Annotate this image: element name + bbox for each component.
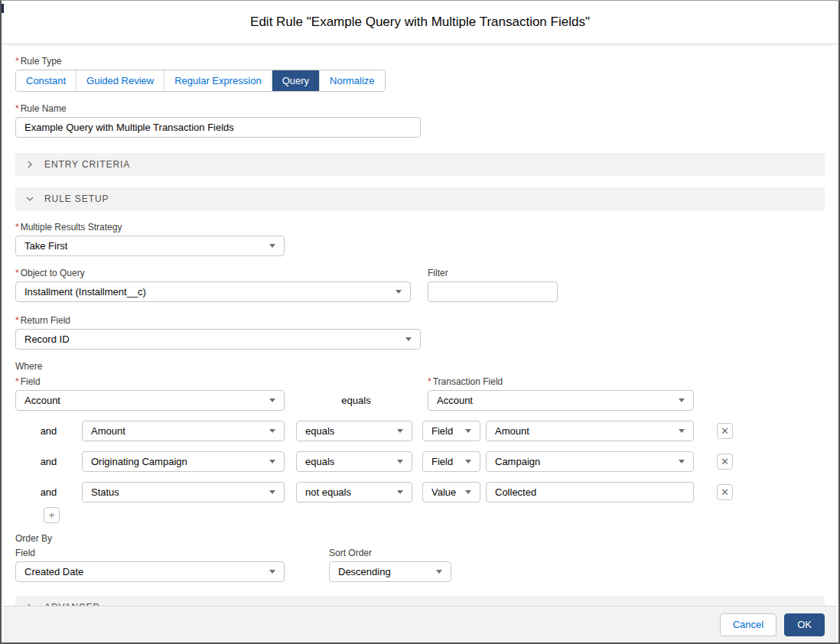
sort-order-label: Sort Order: [329, 547, 451, 558]
chevron-right-icon: [25, 160, 34, 169]
condition-value-select[interactable]: Amount: [486, 421, 694, 441]
condition-operator-select[interactable]: not equals: [296, 482, 412, 503]
dropdown-arrow-icon: [397, 490, 403, 494]
field-label: * Field: [15, 376, 285, 387]
modal-title: Edit Rule "Example Query with Multiple T…: [250, 15, 590, 30]
condition-operator-select[interactable]: equals: [296, 421, 412, 441]
dropdown-arrow-icon: [436, 570, 442, 574]
condition-operator-select[interactable]: equals: [296, 451, 412, 472]
tab-guided-review[interactable]: Guided Review: [76, 70, 164, 91]
and-label: and: [15, 456, 82, 467]
close-icon: ✕: [721, 457, 729, 467]
dropdown-arrow-icon: [269, 429, 275, 433]
transaction-field-label: * Transaction Field: [428, 376, 503, 387]
order-by-field-label: Field: [15, 547, 285, 558]
rule-name-input[interactable]: [15, 117, 421, 138]
equals-text: equals: [285, 395, 428, 406]
object-to-query-select[interactable]: Installment (Installment__c): [15, 281, 411, 302]
chevron-down-icon: [25, 194, 34, 203]
rule-setup-section-header[interactable]: RULE SETUP: [15, 187, 825, 210]
rule-setup-label: RULE SETUP: [44, 194, 109, 204]
filter-label: Filter: [428, 267, 558, 278]
tab-normalize[interactable]: Normalize: [319, 70, 385, 91]
object-filter-row: * Object to Query Installment (Installme…: [15, 267, 825, 302]
return-field-field: * Return Field Record ID: [15, 314, 825, 350]
required-asterisk: *: [15, 268, 19, 278]
plus-icon: +: [49, 510, 55, 520]
and-label: and: [15, 425, 82, 437]
rule-type-tabs: Constant Guided Review Regular Expressio…: [15, 70, 386, 92]
modal-footer: Cancel OK: [3, 606, 837, 642]
remove-condition-button[interactable]: ✕: [717, 423, 733, 439]
entry-criteria-section-header[interactable]: ENTRY CRITERIA: [15, 153, 825, 176]
rule-type-field: * Rule Type Constant Guided Review Regul…: [15, 55, 825, 92]
object-to-query-field: * Object to Query Installment (Installme…: [15, 267, 411, 302]
required-asterisk: *: [15, 56, 19, 67]
and-label: and: [15, 486, 82, 498]
dropdown-arrow-icon: [396, 290, 402, 294]
sort-order-select[interactable]: Descending: [329, 561, 451, 582]
entry-criteria-label: ENTRY CRITERIA: [44, 159, 130, 170]
required-asterisk: *: [15, 103, 19, 114]
order-by-label: Order By: [15, 532, 825, 544]
modal-header: Edit Rule "Example Query with Multiple T…: [2, 1, 838, 44]
modal-body: * Rule Type Constant Guided Review Regul…: [2, 44, 838, 606]
transaction-field-select[interactable]: Account: [428, 390, 694, 411]
where-head-row: Account equals Account: [15, 390, 825, 411]
order-by-field: Field Created Date: [15, 547, 285, 582]
condition-field-select[interactable]: Amount: [82, 421, 285, 441]
where-head-labels: * Field * Transaction Field: [15, 376, 825, 387]
multiple-results-strategy-select[interactable]: Take First: [15, 236, 285, 256]
dropdown-arrow-icon: [679, 398, 685, 402]
field-select[interactable]: Account: [15, 390, 285, 411]
dropdown-arrow-icon: [269, 244, 275, 248]
condition-field-select[interactable]: Originating Campaign: [82, 451, 285, 472]
required-asterisk: *: [15, 222, 19, 233]
add-condition-button[interactable]: +: [44, 507, 60, 523]
order-by-field-select[interactable]: Created Date: [15, 561, 285, 582]
rule-name-label: * Rule Name: [15, 102, 825, 114]
ok-button[interactable]: OK: [784, 613, 825, 636]
dropdown-arrow-icon: [269, 490, 275, 494]
dropdown-arrow-icon: [397, 460, 403, 463]
multiple-results-strategy-label: * Multiple Results Strategy: [15, 221, 825, 233]
condition-value-input[interactable]: [486, 482, 694, 503]
dropdown-arrow-icon: [269, 398, 275, 402]
multiple-results-strategy-field: * Multiple Results Strategy Take First: [15, 221, 825, 256]
sort-order-field: Sort Order Descending: [329, 547, 451, 582]
required-asterisk: *: [428, 376, 431, 387]
where-label: Where: [15, 360, 825, 372]
remove-condition-button[interactable]: ✕: [717, 454, 733, 470]
dropdown-arrow-icon: [465, 429, 471, 433]
condition-source-type-select[interactable]: Value: [422, 482, 480, 503]
return-field-select[interactable]: Record ID: [15, 329, 421, 350]
dropdown-arrow-icon: [269, 570, 275, 574]
dropdown-arrow-icon: [679, 460, 685, 463]
tab-regular-expression[interactable]: Regular Expression: [164, 70, 271, 91]
dropdown-arrow-icon: [465, 490, 471, 494]
filter-input[interactable]: [428, 281, 558, 302]
condition-row: and Amount equals Field Amount ✕: [15, 421, 825, 441]
dropdown-arrow-icon: [397, 429, 403, 433]
return-field-label: * Return Field: [15, 314, 825, 326]
condition-source-type-select[interactable]: Field: [422, 451, 480, 472]
close-icon: ✕: [721, 426, 729, 436]
condition-source-type-select[interactable]: Field: [422, 421, 480, 441]
advanced-section-header[interactable]: ADVANCED: [15, 596, 825, 606]
dropdown-arrow-icon: [405, 337, 412, 341]
tab-query[interactable]: Query: [272, 70, 319, 91]
condition-field-select[interactable]: Status: [82, 482, 285, 503]
condition-row: and Originating Campaign equals Field Ca…: [15, 451, 825, 472]
dropdown-arrow-icon: [269, 460, 275, 463]
remove-condition-button[interactable]: ✕: [717, 484, 733, 500]
rule-name-field: * Rule Name: [15, 102, 825, 138]
dropdown-arrow-icon: [679, 429, 685, 433]
rule-type-label: * Rule Type: [15, 55, 825, 67]
tab-constant[interactable]: Constant: [16, 70, 76, 91]
dropdown-arrow-icon: [465, 460, 471, 463]
filter-field: Filter: [428, 267, 558, 302]
cancel-button[interactable]: Cancel: [720, 613, 777, 636]
condition-value-select[interactable]: Campaign: [486, 451, 694, 472]
object-to-query-label: * Object to Query: [15, 267, 411, 278]
required-asterisk: *: [15, 376, 19, 387]
